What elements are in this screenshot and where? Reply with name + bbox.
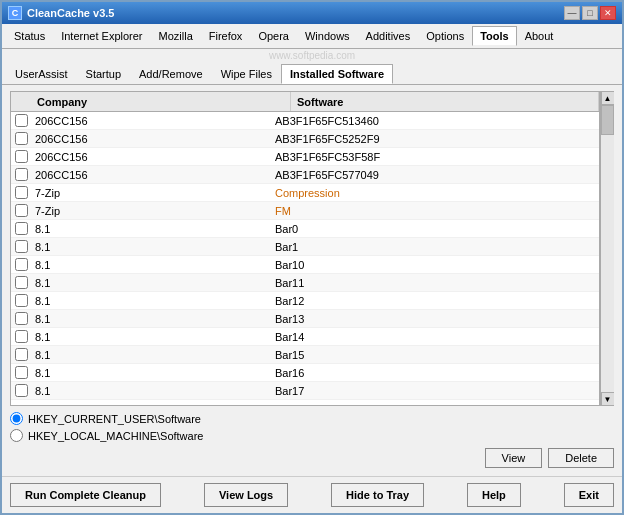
- table-row: 8.1Bar11: [11, 274, 599, 292]
- row-checkbox[interactable]: [15, 132, 28, 145]
- row-company: 8.1: [31, 311, 271, 327]
- row-checkbox[interactable]: [15, 276, 28, 289]
- row-software: AB3F1F65FC53F58F: [271, 149, 599, 165]
- minimize-button[interactable]: —: [564, 6, 580, 20]
- table-row: 8.1Bar16: [11, 364, 599, 382]
- menu-item-ie[interactable]: Internet Explorer: [53, 26, 150, 46]
- sub-tab-startup[interactable]: Startup: [77, 64, 130, 84]
- row-company: 206CC156: [31, 113, 271, 129]
- help-button[interactable]: Help: [467, 483, 521, 507]
- row-checkbox-cell: [11, 168, 31, 181]
- main-window: C CleanCache v3.5 — □ ✕ StatusInternet E…: [0, 0, 624, 515]
- row-checkbox[interactable]: [15, 330, 28, 343]
- row-checkbox-cell: [11, 186, 31, 199]
- menu-item-opera[interactable]: Opera: [250, 26, 297, 46]
- table-header: Company Software: [11, 92, 599, 112]
- row-company: 206CC156: [31, 149, 271, 165]
- maximize-button[interactable]: □: [582, 6, 598, 20]
- sub-tab-wipefiles[interactable]: Wipe Files: [212, 64, 281, 84]
- row-company: 8.1: [31, 365, 271, 381]
- registry-hkcu-option[interactable]: HKEY_CURRENT_USER\Software: [10, 412, 614, 425]
- row-software: Bar11: [271, 275, 599, 291]
- table-row: 8.1Bar13: [11, 310, 599, 328]
- table-row: 7-ZipFM: [11, 202, 599, 220]
- row-checkbox-cell: [11, 114, 31, 127]
- row-company: 8.1: [31, 293, 271, 309]
- menu-item-windows[interactable]: Windows: [297, 26, 358, 46]
- menu-bar: StatusInternet ExplorerMozillaFirefoxOpe…: [2, 24, 622, 49]
- menu-item-about[interactable]: About: [517, 26, 562, 46]
- app-icon: C: [8, 6, 22, 20]
- row-software: Compression: [271, 185, 599, 201]
- row-software: Bar15: [271, 347, 599, 363]
- sub-tab-addremove[interactable]: Add/Remove: [130, 64, 212, 84]
- row-checkbox[interactable]: [15, 258, 28, 271]
- row-checkbox-cell: [11, 276, 31, 289]
- row-company: 7-Zip: [31, 203, 271, 219]
- registry-hklm-option[interactable]: HKEY_LOCAL_MACHINE\Software: [10, 429, 614, 442]
- row-checkbox[interactable]: [15, 222, 28, 235]
- row-software: Bar0: [271, 221, 599, 237]
- sub-tab-installed[interactable]: Installed Software: [281, 64, 393, 84]
- row-software: Bar14: [271, 329, 599, 345]
- row-checkbox-cell: [11, 312, 31, 325]
- table-row: 8.1Bar1: [11, 238, 599, 256]
- row-software: FM: [271, 203, 599, 219]
- row-checkbox-cell: [11, 348, 31, 361]
- close-button[interactable]: ✕: [600, 6, 616, 20]
- row-company: 8.1: [31, 239, 271, 255]
- row-checkbox[interactable]: [15, 294, 28, 307]
- row-software: Bar12: [271, 293, 599, 309]
- row-checkbox[interactable]: [15, 348, 28, 361]
- registry-section: HKEY_CURRENT_USER\Software HKEY_LOCAL_MA…: [10, 406, 614, 446]
- table-row: 206CC156AB3F1F65FC53F58F: [11, 148, 599, 166]
- menu-item-mozilla[interactable]: Mozilla: [151, 26, 201, 46]
- row-checkbox[interactable]: [15, 204, 28, 217]
- row-checkbox[interactable]: [15, 312, 28, 325]
- row-company: 8.1: [31, 329, 271, 345]
- watermark: www.softpedia.com: [2, 49, 622, 62]
- menu-item-tools[interactable]: Tools: [472, 26, 517, 46]
- row-checkbox-cell: [11, 258, 31, 271]
- table-row: 8.1Bar15: [11, 346, 599, 364]
- sub-tab-userassist[interactable]: UserAssist: [6, 64, 77, 84]
- table-body: 206CC156AB3F1F65FC513460206CC156AB3F1F65…: [11, 112, 599, 405]
- row-checkbox-cell: [11, 384, 31, 397]
- row-checkbox[interactable]: [15, 240, 28, 253]
- scroll-up-button[interactable]: ▲: [601, 91, 615, 105]
- view-logs-button[interactable]: View Logs: [204, 483, 288, 507]
- row-checkbox[interactable]: [15, 366, 28, 379]
- table-row: 206CC156AB3F1F65FC5252F9: [11, 130, 599, 148]
- sub-tab-bar: UserAssistStartupAdd/RemoveWipe FilesIns…: [2, 62, 622, 85]
- delete-button[interactable]: Delete: [548, 448, 614, 468]
- menu-item-options[interactable]: Options: [418, 26, 472, 46]
- registry-hkcu-radio[interactable]: [10, 412, 23, 425]
- exit-button[interactable]: Exit: [564, 483, 614, 507]
- registry-hklm-radio[interactable]: [10, 429, 23, 442]
- row-software: Bar10: [271, 257, 599, 273]
- row-checkbox-cell: [11, 222, 31, 235]
- bottom-bar: Run Complete Cleanup View Logs Hide to T…: [2, 476, 622, 513]
- hide-to-tray-button[interactable]: Hide to Tray: [331, 483, 424, 507]
- row-checkbox[interactable]: [15, 150, 28, 163]
- run-cleanup-button[interactable]: Run Complete Cleanup: [10, 483, 161, 507]
- row-company: 206CC156: [31, 167, 271, 183]
- row-company: 206CC156: [31, 131, 271, 147]
- menu-item-additives[interactable]: Additives: [358, 26, 419, 46]
- row-checkbox[interactable]: [15, 168, 28, 181]
- vertical-scrollbar[interactable]: ▲ ▼: [600, 91, 614, 406]
- table-row: 8.1Bar14: [11, 328, 599, 346]
- row-checkbox[interactable]: [15, 384, 28, 397]
- menu-item-firefox[interactable]: Firefox: [201, 26, 251, 46]
- row-checkbox[interactable]: [15, 114, 28, 127]
- row-checkbox-cell: [11, 132, 31, 145]
- scroll-thumb[interactable]: [601, 105, 614, 135]
- registry-hklm-label: HKEY_LOCAL_MACHINE\Software: [28, 430, 203, 442]
- row-checkbox[interactable]: [15, 186, 28, 199]
- scroll-down-button[interactable]: ▼: [601, 392, 615, 406]
- registry-hkcu-label: HKEY_CURRENT_USER\Software: [28, 413, 201, 425]
- view-button[interactable]: View: [485, 448, 543, 468]
- menu-item-status[interactable]: Status: [6, 26, 53, 46]
- title-bar: C CleanCache v3.5 — □ ✕: [2, 2, 622, 24]
- table-row: 206CC156AB3F1F65FC513460: [11, 112, 599, 130]
